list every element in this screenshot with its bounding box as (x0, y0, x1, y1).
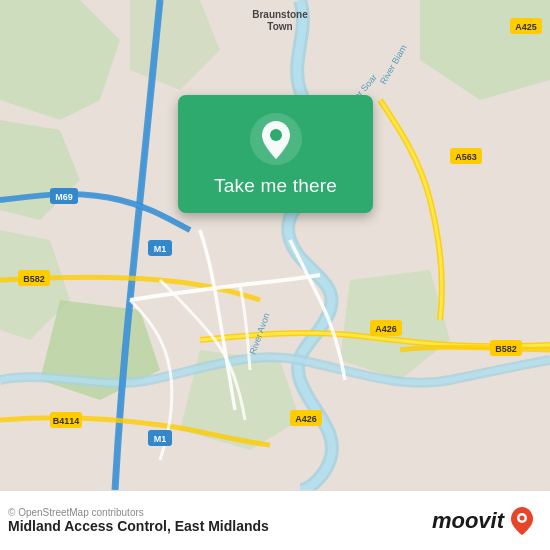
location-name: Midland Access Control, East Midlands (8, 518, 269, 534)
moovit-logo: moovit (432, 505, 538, 537)
svg-text:A426: A426 (375, 324, 397, 334)
svg-point-37 (520, 515, 525, 520)
svg-text:Braunstone: Braunstone (252, 9, 308, 20)
map-container: M1 M69 M1 A563 A426 A426 B582 B582 B4114… (0, 0, 550, 490)
svg-text:B582: B582 (23, 274, 45, 284)
svg-text:Town: Town (267, 21, 292, 32)
location-info: © OpenStreetMap contributors Midland Acc… (8, 507, 269, 534)
svg-point-35 (270, 129, 282, 141)
svg-text:M69: M69 (55, 192, 73, 202)
svg-text:B4114: B4114 (53, 416, 80, 426)
svg-text:M1: M1 (154, 244, 167, 254)
svg-text:M1: M1 (154, 434, 167, 444)
svg-text:B582: B582 (495, 344, 517, 354)
take-me-there-button[interactable]: Take me there (214, 175, 337, 197)
moovit-brand-text: moovit (432, 508, 504, 534)
copyright-text: © OpenStreetMap contributors (8, 507, 269, 518)
location-pin-icon (250, 113, 302, 165)
action-card[interactable]: Take me there (178, 95, 373, 213)
bottom-bar: © OpenStreetMap contributors Midland Acc… (0, 490, 550, 550)
map-background: M1 M69 M1 A563 A426 A426 B582 B582 B4114… (0, 0, 550, 490)
svg-text:A563: A563 (455, 152, 477, 162)
svg-text:A426: A426 (295, 414, 317, 424)
moovit-icon (506, 505, 538, 537)
svg-text:A425: A425 (515, 22, 537, 32)
